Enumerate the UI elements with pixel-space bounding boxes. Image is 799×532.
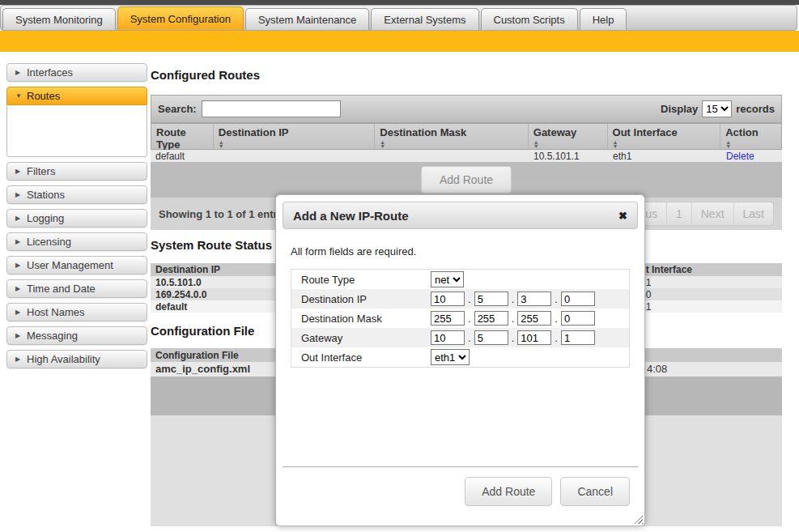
sidebar-item-messaging[interactable]: ▶ Messaging — [6, 326, 147, 345]
destination-ip-octet-2[interactable] — [474, 292, 508, 306]
sidebar-routes-panel — [6, 105, 147, 157]
pagination-summary: Showing 1 to 1 of 1 entries — [159, 208, 292, 220]
close-icon[interactable]: ✖ — [618, 210, 627, 222]
out-interface-select[interactable]: eth1 — [431, 349, 470, 365]
form-row-route-type: Route Type net — [291, 270, 629, 289]
sort-both-icon: ▲▼ — [725, 140, 776, 148]
chevron-right-icon: ▶ — [15, 168, 27, 175]
add-route-strip: Add Route — [151, 162, 782, 198]
dialog-title: Add a New IP-Route — [293, 209, 409, 223]
cell-destination-mask — [375, 150, 529, 162]
sidebar-item-routes[interactable]: ▼ Routes — [6, 87, 147, 105]
gateway-octet-4[interactable] — [561, 330, 595, 345]
form-row-out-interface: Out Interface eth1 — [291, 347, 629, 367]
configured-routes-heading: Configured Routes — [151, 68, 260, 82]
app-window: System Monitoring System Configuration S… — [0, 0, 799, 532]
search-label: Search: — [158, 103, 197, 115]
dialog-note: All form fields are required. — [291, 245, 630, 257]
records-label: records — [736, 103, 775, 115]
config-file-timestamp: 4:08 — [647, 362, 667, 377]
sidebar-item-label: Logging — [27, 212, 64, 224]
column-header-action[interactable]: Action ▲▼ — [720, 124, 781, 149]
destination-ip-octet-1[interactable] — [431, 292, 465, 306]
delete-route-link[interactable]: Delete — [726, 151, 754, 162]
destination-mask-octet-2[interactable] — [474, 311, 508, 326]
destination-mask-octet-1[interactable] — [431, 311, 465, 326]
sidebar-item-filters[interactable]: ▶ Filters — [6, 162, 147, 181]
column-header-route-type[interactable]: Route Type ▲ — [151, 124, 214, 149]
sidebar-item-time-and-date[interactable]: ▶ Time and Date — [6, 279, 147, 298]
chevron-right-icon: ▶ — [15, 355, 27, 363]
dialog-cancel-button[interactable]: Cancel — [560, 477, 630, 506]
sort-both-icon: ▲▼ — [380, 140, 523, 148]
destination-ip-octet-4[interactable] — [561, 292, 595, 306]
sidebar-item-label: Stations — [27, 189, 65, 201]
tab-system-configuration[interactable]: System Configuration — [117, 6, 244, 30]
search-bar: Search: Display 15 records — [151, 95, 782, 123]
status-column-out-interface: Out Interface — [627, 263, 782, 276]
records-per-page-select[interactable]: 15 — [702, 100, 732, 117]
sidebar-item-logging[interactable]: ▶ Logging — [6, 209, 147, 228]
form-row-gateway: Gateway ... — [291, 328, 629, 347]
cell-gateway: 10.5.101.1 — [529, 150, 608, 162]
gateway-octet-1[interactable] — [431, 330, 465, 345]
destination-mask-octet-4[interactable] — [561, 311, 595, 326]
tab-system-monitoring[interactable]: System Monitoring — [2, 8, 116, 30]
cell-route-type: default — [151, 150, 213, 162]
route-form: Route Type net Destination IP ... Destin… — [291, 269, 630, 368]
sidebar-item-label: Interfaces — [27, 66, 73, 79]
chevron-right-icon: ▶ — [15, 309, 27, 316]
dialog-footer: Add Route Cancel — [283, 466, 638, 519]
sidebar-item-high-availability[interactable]: ▶ High Availability — [6, 350, 147, 368]
dialog-titlebar[interactable]: Add a New IP-Route ✖ — [283, 202, 638, 229]
routes-table-header: Route Type ▲ Destination IP ▲▼ Destinati… — [151, 123, 782, 150]
chevron-right-icon: ▶ — [15, 191, 27, 198]
sidebar-item-label: Routes — [27, 90, 60, 102]
next-page-button[interactable]: Next — [691, 202, 733, 225]
dialog-add-route-button[interactable]: Add Route — [465, 477, 552, 506]
sidebar-item-label: Licensing — [27, 236, 71, 248]
column-header-destination-ip[interactable]: Destination IP ▲▼ — [214, 124, 375, 149]
form-row-destination-mask: Destination Mask ... — [291, 309, 629, 328]
form-row-destination-ip: Destination IP ... — [291, 289, 629, 309]
last-page-button[interactable]: Last — [733, 202, 773, 225]
search-input[interactable] — [202, 100, 341, 117]
system-route-status-heading: System Route Status — [151, 238, 272, 252]
out-interface-label: Out Interface — [301, 351, 431, 364]
column-header-destination-mask[interactable]: Destination Mask ▲▼ — [375, 124, 529, 149]
tab-custom-scripts[interactable]: Custom Scripts — [481, 8, 578, 30]
add-route-button[interactable]: Add Route — [421, 166, 512, 194]
tab-help[interactable]: Help — [580, 8, 627, 30]
sidebar-item-host-names[interactable]: ▶ Host Names — [6, 303, 147, 321]
destination-mask-octet-3[interactable] — [517, 311, 551, 326]
main-tab-bar: System Monitoring System Configuration S… — [0, 5, 797, 31]
chevron-right-icon: ▶ — [15, 69, 27, 76]
sidebar-nav: ▶ Interfaces ▼ Routes ▶ Filters ▶ Statio… — [6, 63, 147, 373]
sidebar-item-licensing[interactable]: ▶ Licensing — [6, 232, 147, 251]
destination-ip-label: Destination IP — [301, 293, 431, 305]
display-records-control: Display 15 records — [661, 100, 775, 117]
tab-external-systems[interactable]: External Systems — [371, 8, 478, 30]
column-header-out-interface[interactable]: Out Interface ▲▼ — [608, 124, 721, 149]
destination-ip-octet-3[interactable] — [517, 292, 551, 306]
sidebar-item-label: Host Names — [27, 306, 85, 318]
gateway-octet-2[interactable] — [474, 330, 508, 345]
sidebar-item-stations[interactable]: ▶ Stations — [6, 185, 147, 204]
chevron-right-icon: ▶ — [15, 238, 27, 245]
sidebar-item-label: User Management — [27, 259, 113, 271]
sort-both-icon: ▲▼ — [613, 140, 716, 148]
sidebar-item-interfaces[interactable]: ▶ Interfaces — [6, 63, 147, 82]
chevron-right-icon: ▶ — [15, 262, 27, 269]
sidebar-item-user-management[interactable]: ▶ User Management — [6, 256, 147, 275]
page-number-button[interactable]: 1 — [666, 202, 691, 225]
chevron-down-icon: ▼ — [15, 92, 27, 100]
column-header-gateway[interactable]: Gateway ▲▼ — [529, 124, 608, 149]
sidebar-item-label: Filters — [27, 165, 55, 177]
route-type-select[interactable]: net — [431, 271, 464, 287]
sort-both-icon: ▲▼ — [533, 140, 602, 148]
gateway-label: Gateway — [301, 332, 431, 344]
display-label: Display — [661, 103, 698, 115]
cell-out-interface: eth1 — [608, 150, 721, 162]
tab-system-maintenance[interactable]: System Maintenance — [245, 8, 369, 30]
gateway-octet-3[interactable] — [517, 330, 551, 345]
